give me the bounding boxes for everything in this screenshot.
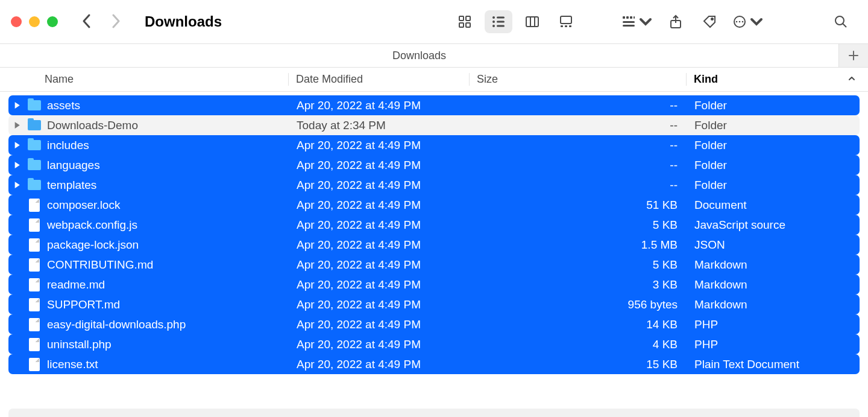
table-row[interactable]: easy-digital-downloads.phpApr 20, 2022 a… bbox=[8, 314, 860, 334]
svg-rect-20 bbox=[634, 16, 635, 19]
disclosure-triangle-icon[interactable] bbox=[12, 162, 22, 168]
cell-size: 4 KB bbox=[470, 338, 687, 351]
folder-icon bbox=[28, 119, 41, 132]
column-size[interactable]: Size bbox=[469, 73, 686, 86]
file-list[interactable]: assetsApr 20, 2022 at 4:49 PM--FolderDow… bbox=[0, 92, 868, 378]
column-name[interactable]: Name bbox=[0, 73, 288, 86]
table-row[interactable]: package-lock.jsonApr 20, 2022 at 4:49 PM… bbox=[8, 235, 860, 255]
zoom-window-button[interactable] bbox=[47, 16, 58, 27]
file-icon bbox=[28, 199, 41, 212]
cell-size: 3 KB bbox=[470, 278, 687, 291]
folder-icon bbox=[28, 179, 41, 192]
cell-size: -- bbox=[470, 139, 687, 152]
cell-name: templates bbox=[12, 179, 289, 192]
cell-kind: PHP bbox=[687, 318, 860, 331]
cell-name: languages bbox=[12, 159, 289, 172]
cell-date: Apr 20, 2022 at 4:49 PM bbox=[289, 179, 470, 192]
svg-point-8 bbox=[492, 25, 495, 27]
table-row[interactable]: SUPPORT.mdApr 20, 2022 at 4:49 PM956 byt… bbox=[8, 294, 860, 314]
file-name: CONTRIBUTING.md bbox=[47, 258, 153, 272]
file-icon bbox=[28, 278, 41, 291]
disclosure-triangle-icon[interactable] bbox=[12, 182, 22, 188]
cell-size: -- bbox=[470, 99, 687, 112]
cell-name: includes bbox=[12, 139, 289, 152]
close-window-button[interactable] bbox=[11, 16, 22, 27]
svg-rect-18 bbox=[626, 16, 629, 19]
column-date-modified[interactable]: Date Modified bbox=[288, 73, 469, 86]
file-icon bbox=[28, 338, 41, 351]
forward-button[interactable] bbox=[110, 13, 122, 31]
file-name: SUPPORT.md bbox=[47, 298, 120, 311]
tags-button[interactable] bbox=[696, 10, 723, 33]
tab-downloads[interactable]: Downloads bbox=[0, 44, 839, 67]
table-row[interactable]: assetsApr 20, 2022 at 4:49 PM--Folder bbox=[8, 95, 860, 115]
svg-point-28 bbox=[742, 21, 744, 23]
cell-kind: Folder bbox=[687, 159, 860, 172]
cell-date: Apr 20, 2022 at 4:49 PM bbox=[289, 218, 470, 232]
window-controls bbox=[11, 16, 58, 27]
cell-date: Apr 20, 2022 at 4:49 PM bbox=[289, 298, 470, 311]
folder-icon bbox=[28, 159, 41, 172]
svg-rect-22 bbox=[623, 25, 635, 27]
table-row[interactable]: includesApr 20, 2022 at 4:49 PM--Folder bbox=[8, 135, 860, 155]
svg-point-4 bbox=[492, 16, 495, 19]
disclosure-triangle-icon[interactable] bbox=[12, 102, 22, 109]
svg-point-27 bbox=[739, 21, 741, 23]
cell-name: composer.lock bbox=[12, 199, 289, 212]
cell-kind: Document bbox=[687, 199, 860, 212]
more-actions-button[interactable] bbox=[729, 10, 767, 33]
cell-date: Apr 20, 2022 at 4:49 PM bbox=[289, 99, 470, 112]
search-button[interactable] bbox=[827, 10, 855, 33]
table-row[interactable]: license.txtApr 20, 2022 at 4:49 PM15 KBP… bbox=[8, 354, 860, 374]
cell-date: Apr 20, 2022 at 4:49 PM bbox=[289, 258, 470, 272]
toolbar: Downloads bbox=[0, 0, 868, 43]
cell-name: SUPPORT.md bbox=[12, 298, 289, 311]
svg-point-24 bbox=[711, 18, 713, 20]
svg-rect-3 bbox=[466, 23, 470, 27]
svg-point-6 bbox=[492, 21, 495, 23]
table-row[interactable]: CONTRIBUTING.mdApr 20, 2022 at 4:49 PM5 … bbox=[8, 255, 860, 275]
file-name: package-lock.json bbox=[47, 238, 139, 252]
table-row[interactable]: composer.lockApr 20, 2022 at 4:49 PM51 K… bbox=[8, 195, 860, 215]
minimize-window-button[interactable] bbox=[29, 16, 40, 27]
column-kind[interactable]: Kind bbox=[686, 73, 868, 86]
cell-kind: JavaScript source bbox=[687, 218, 860, 232]
svg-rect-0 bbox=[459, 16, 464, 21]
table-row[interactable]: templatesApr 20, 2022 at 4:49 PM--Folder bbox=[8, 175, 860, 195]
svg-rect-2 bbox=[459, 23, 464, 27]
table-row[interactable]: uninstall.phpApr 20, 2022 at 4:49 PM4 KB… bbox=[8, 334, 860, 354]
table-row[interactable]: webpack.config.jsApr 20, 2022 at 4:49 PM… bbox=[8, 215, 860, 235]
disclosure-triangle-icon[interactable] bbox=[12, 142, 22, 148]
svg-rect-7 bbox=[497, 21, 505, 23]
cell-date: Apr 20, 2022 at 4:49 PM bbox=[289, 238, 470, 252]
disclosure-triangle-icon[interactable] bbox=[12, 122, 22, 129]
cell-name: package-lock.json bbox=[12, 238, 289, 252]
table-row[interactable]: languagesApr 20, 2022 at 4:49 PM--Folder bbox=[8, 155, 860, 175]
gallery-view-button[interactable] bbox=[552, 10, 580, 33]
cell-date: Apr 20, 2022 at 4:49 PM bbox=[289, 199, 470, 212]
cell-date: Apr 20, 2022 at 4:49 PM bbox=[289, 318, 470, 331]
back-button[interactable] bbox=[81, 13, 93, 31]
file-icon bbox=[28, 298, 41, 311]
file-icon bbox=[28, 238, 41, 252]
table-row[interactable]: readme.mdApr 20, 2022 at 4:49 PM3 KBMark… bbox=[8, 275, 860, 294]
cell-kind: Folder bbox=[687, 119, 860, 132]
svg-line-30 bbox=[843, 24, 846, 27]
file-icon bbox=[28, 258, 41, 272]
new-tab-button[interactable] bbox=[839, 44, 868, 67]
file-icon bbox=[28, 318, 41, 331]
cell-name: assets bbox=[12, 99, 289, 112]
list-view-button[interactable] bbox=[485, 10, 512, 33]
column-view-button[interactable] bbox=[518, 10, 546, 33]
share-button[interactable] bbox=[662, 10, 690, 33]
cell-name: CONTRIBUTING.md bbox=[12, 258, 289, 272]
file-icon bbox=[28, 358, 41, 371]
svg-rect-17 bbox=[623, 16, 625, 19]
cell-name: easy-digital-downloads.php bbox=[12, 318, 289, 331]
cell-date: Apr 20, 2022 at 4:49 PM bbox=[289, 278, 470, 291]
group-by-button[interactable] bbox=[618, 10, 656, 33]
icon-view-button[interactable] bbox=[451, 10, 479, 33]
file-name: includes bbox=[47, 139, 89, 152]
table-row[interactable]: Downloads-DemoToday at 2:34 PM--Folder bbox=[8, 115, 860, 135]
cell-size: 14 KB bbox=[470, 318, 687, 331]
